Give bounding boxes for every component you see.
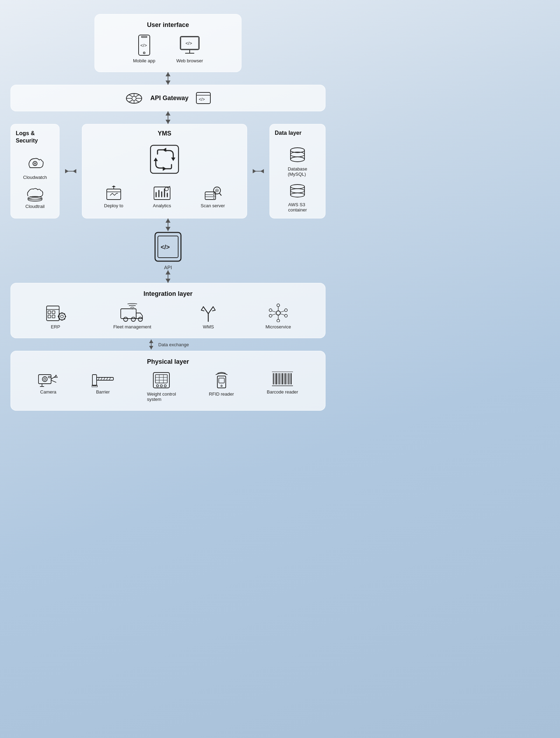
svg-point-77 <box>290 193 304 197</box>
svg-point-73 <box>290 184 304 189</box>
svg-point-110 <box>276 311 280 315</box>
fleet-item: Fleet management <box>113 303 151 329</box>
api-gateway-code-icon: </> <box>196 92 211 104</box>
weight-item: Weight controlsystem <box>147 371 176 402</box>
svg-point-149 <box>164 385 166 387</box>
yms-main-icon <box>149 144 180 176</box>
barrier-icon <box>92 371 114 387</box>
wms-label: WMS <box>203 324 214 329</box>
svg-point-59 <box>214 195 215 196</box>
arrow-middle-to-api <box>10 218 326 231</box>
svg-line-122 <box>280 314 285 315</box>
aws-s3-icon <box>288 184 307 200</box>
svg-point-107 <box>138 317 142 321</box>
svg-line-19 <box>136 100 139 102</box>
svg-point-152 <box>221 385 222 387</box>
svg-point-127 <box>42 377 47 382</box>
svg-text:</>: </> <box>161 244 170 251</box>
svg-point-28 <box>33 161 37 166</box>
svg-point-13 <box>132 96 136 100</box>
svg-marker-66 <box>253 169 256 173</box>
svg-marker-26 <box>166 120 170 124</box>
deploy-item: Deploy to <box>104 186 123 208</box>
rfid-label: RFID reader <box>209 391 234 397</box>
svg-line-137 <box>104 377 105 380</box>
camera-item: Camera <box>38 371 59 395</box>
svg-marker-41 <box>163 148 166 152</box>
integration-icons-row: ERP Fleet management <box>21 303 315 329</box>
database-label: Database(MySQL) <box>288 166 307 177</box>
svg-line-135 <box>98 377 99 380</box>
mobile-app-item: </> Mobile app <box>133 34 155 63</box>
svg-line-120 <box>280 311 285 312</box>
svg-marker-36 <box>73 169 76 173</box>
rfid-item: RFID reader <box>209 371 234 397</box>
svg-line-20 <box>136 95 139 97</box>
svg-rect-87 <box>47 306 59 321</box>
svg-point-76 <box>290 189 304 193</box>
cloudtrail-icon <box>25 187 45 202</box>
svg-line-138 <box>106 377 108 380</box>
deploy-icon <box>105 186 122 201</box>
microservice-label: Microservice <box>265 324 291 329</box>
svg-rect-89 <box>48 311 51 314</box>
cloudtrail-item: Cloudtrail <box>16 187 54 209</box>
physical-icons-row: Camera Barrier <box>21 371 315 402</box>
data-layer-title: Data layer <box>275 130 320 136</box>
svg-marker-27 <box>166 111 170 116</box>
mobile-app-label: Mobile app <box>133 58 155 63</box>
database-icon <box>288 147 307 164</box>
wms-item: WMS <box>198 303 218 329</box>
cloud-network-icon <box>125 91 143 105</box>
api-mid-section: </> API <box>152 231 184 270</box>
svg-marker-38 <box>171 158 175 161</box>
svg-point-105 <box>124 317 128 321</box>
arrow-logs-to-yms <box>64 124 78 218</box>
wms-icon <box>198 303 218 322</box>
svg-marker-67 <box>260 169 264 173</box>
svg-line-21 <box>129 100 132 102</box>
svg-point-148 <box>160 385 162 387</box>
erp-item: ERP <box>45 303 66 329</box>
integration-layer: Integration layer <box>10 283 326 338</box>
analytics-label: Analytics <box>153 203 171 208</box>
weight-icon <box>150 371 172 389</box>
svg-point-72 <box>290 157 304 162</box>
svg-marker-11 <box>166 72 170 76</box>
barrier-item: Barrier <box>92 371 114 395</box>
logs-security-panel: Logs &Security Cloudwatch Cloudtrail <box>10 124 59 218</box>
arrow-yms-to-data <box>251 124 265 218</box>
middle-section: Logs &Security Cloudwatch Cloudtrail <box>10 124 326 218</box>
scan-server-item: Scan server <box>201 186 225 208</box>
svg-text:</>: </> <box>199 97 205 102</box>
svg-marker-125 <box>149 340 153 343</box>
svg-marker-124 <box>149 346 153 349</box>
arrow-ui-to-gateway <box>10 72 326 85</box>
yms-title: YMS <box>158 130 171 137</box>
svg-rect-151 <box>219 378 224 383</box>
scan-server-icon <box>204 186 222 201</box>
analytics-item: Analytics <box>153 186 171 208</box>
api-mid-label: API <box>164 265 172 270</box>
svg-marker-80 <box>166 218 170 223</box>
barrier-label: Barrier <box>96 389 110 395</box>
cloudwatch-item: Cloudwatch <box>16 156 54 180</box>
erp-label: ERP <box>51 324 60 329</box>
svg-marker-79 <box>166 227 170 231</box>
yms-panel: YMS <box>82 124 247 218</box>
physical-layer: Physical layer Camera <box>10 351 326 411</box>
api-gateway-title: API Gateway <box>150 95 188 102</box>
barcode-label: Barcode reader <box>267 389 298 395</box>
web-browser-item: </> Web browser <box>176 34 203 63</box>
aws-s3-label: AWS S3container <box>288 202 307 213</box>
svg-point-116 <box>285 314 287 317</box>
fleet-label: Fleet management <box>113 324 151 329</box>
svg-point-112 <box>277 319 280 322</box>
svg-line-62 <box>219 193 221 195</box>
analytics-icon <box>153 186 171 201</box>
ui-layer-title: User interface <box>105 21 231 29</box>
svg-point-147 <box>156 385 159 387</box>
ui-icons-row: </> Mobile app </> Web browser <box>105 34 231 63</box>
svg-point-94 <box>61 315 63 318</box>
svg-rect-129 <box>48 376 50 378</box>
